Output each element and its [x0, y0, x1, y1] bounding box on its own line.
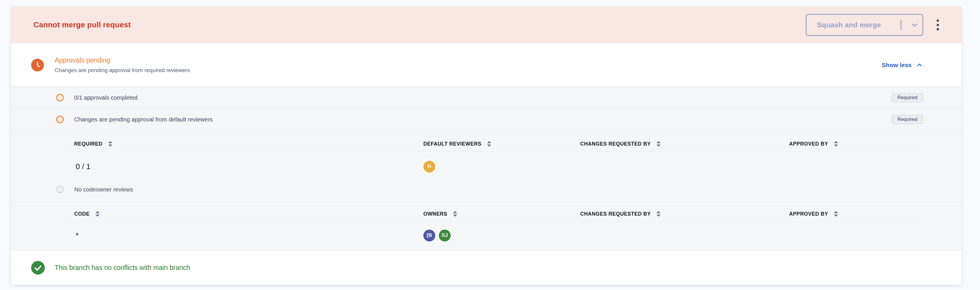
sort-icon: [655, 141, 661, 147]
table-header-row: REQUIRED DEFAULT REVIEWERS CHANGES REQUE…: [11, 136, 961, 151]
sort-icon: [486, 141, 492, 147]
default-reviewers-cell: H: [423, 161, 580, 173]
column-header-code[interactable]: CODE: [74, 211, 423, 217]
column-header-owners[interactable]: OWNERS: [423, 211, 580, 217]
table-header-underline: [64, 151, 923, 152]
avatar[interactable]: [B: [423, 230, 435, 241]
approvals-pending-section: Approvals pending Changes are pending ap…: [11, 43, 961, 87]
check-label: No codeowner reviews: [74, 186, 133, 193]
sort-icon: [833, 211, 839, 217]
show-less-label: Show less: [881, 62, 912, 68]
more-options-button[interactable]: [931, 14, 945, 36]
neutral-circle-icon: [56, 186, 64, 193]
status-title: Approvals pending: [55, 56, 190, 64]
avatar[interactable]: SJ: [439, 230, 451, 241]
code-pattern-cell: *: [74, 231, 423, 240]
merge-checks-card: Cannot merge pull request Squash and mer…: [11, 6, 961, 285]
check-row-codeowners: No codeowner reviews: [11, 182, 961, 197]
merge-options-toggle[interactable]: [907, 21, 923, 29]
conflicts-section: This branch has no conflicts with main b…: [11, 250, 961, 285]
table-header-row: CODE OWNERS CHANGES REQUESTED BY APPROVE…: [11, 206, 961, 222]
merge-button-label: Squash and merge: [817, 21, 899, 29]
kebab-icon: [937, 19, 939, 22]
sort-icon: [655, 211, 661, 217]
merge-status-header: Cannot merge pull request Squash and mer…: [11, 6, 961, 43]
conflicts-label: This branch has no conflicts with main b…: [55, 264, 190, 272]
pending-circle-icon: [56, 94, 64, 101]
required-badge: Required: [891, 115, 923, 124]
squash-and-merge-button[interactable]: Squash and merge: [806, 14, 923, 36]
check-row-default-reviewers: Changes are pending approval from defaul…: [11, 109, 961, 130]
chevron-up-icon: [916, 61, 923, 69]
sort-icon: [452, 211, 458, 217]
button-divider: [900, 20, 901, 30]
table-row: * [B SJ: [11, 225, 961, 246]
column-header-default-reviewers[interactable]: DEFAULT REVIEWERS: [423, 141, 580, 147]
header-actions: Squash and merge: [806, 14, 945, 36]
sort-icon: [833, 141, 839, 147]
success-check-icon: [31, 261, 45, 274]
required-badge: Required: [891, 93, 923, 102]
required-count-cell: 0 / 1: [74, 162, 423, 171]
pending-clock-icon: [31, 59, 44, 71]
pending-circle-icon: [56, 116, 64, 123]
sort-icon: [95, 211, 100, 217]
column-header-approved-by[interactable]: APPROVED BY: [789, 141, 923, 147]
default-reviewers-table: REQUIRED DEFAULT REVIEWERS CHANGES REQUE…: [11, 130, 961, 201]
check-label: 0/1 approvals completed: [74, 94, 138, 101]
table-row: 0 / 1 H: [11, 156, 961, 177]
show-less-toggle[interactable]: Show less: [881, 61, 923, 69]
check-label: Changes are pending approval from defaul…: [74, 116, 213, 123]
column-header-required[interactable]: REQUIRED: [74, 141, 423, 147]
page-title: Cannot merge pull request: [33, 21, 130, 29]
sort-icon: [107, 141, 113, 147]
check-row-approvals: 0/1 approvals completed Required: [11, 87, 961, 108]
status-text: Approvals pending Changes are pending ap…: [55, 56, 190, 73]
codeowners-table: CODE OWNERS CHANGES REQUESTED BY APPROVE…: [11, 202, 961, 250]
column-header-changes-requested[interactable]: CHANGES REQUESTED BY: [580, 211, 789, 217]
column-header-changes-requested[interactable]: CHANGES REQUESTED BY: [580, 141, 789, 147]
column-header-approved-by[interactable]: APPROVED BY: [789, 211, 923, 217]
owners-cell: [B SJ: [423, 230, 580, 241]
avatar[interactable]: H: [423, 161, 435, 173]
status-subtitle: Changes are pending approval from requir…: [55, 67, 190, 73]
chevron-down-icon: [910, 21, 919, 29]
